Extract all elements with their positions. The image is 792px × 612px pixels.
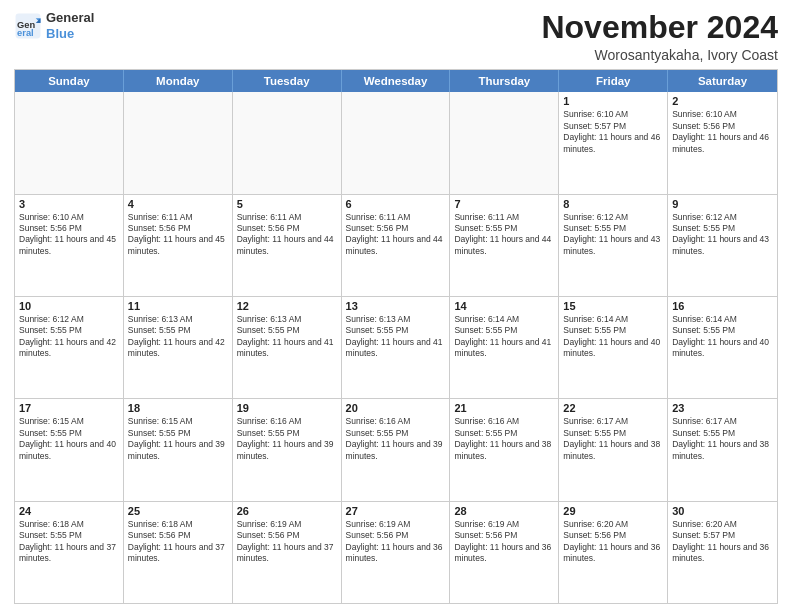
calendar-row-1: 1Sunrise: 6:10 AMSunset: 5:57 PMDaylight… — [15, 92, 777, 194]
day-cell-11: 11Sunrise: 6:13 AMSunset: 5:55 PMDayligh… — [124, 297, 233, 398]
day-number: 24 — [19, 505, 119, 517]
day-cell-9: 9Sunrise: 6:12 AMSunset: 5:55 PMDaylight… — [668, 195, 777, 296]
page: Gen eral General Blue November 2024 Woro… — [0, 0, 792, 612]
day-number: 25 — [128, 505, 228, 517]
day-cell-3: 3Sunrise: 6:10 AMSunset: 5:56 PMDaylight… — [15, 195, 124, 296]
day-number: 9 — [672, 198, 773, 210]
day-cell-21: 21Sunrise: 6:16 AMSunset: 5:55 PMDayligh… — [450, 399, 559, 500]
day-cell-8: 8Sunrise: 6:12 AMSunset: 5:55 PMDaylight… — [559, 195, 668, 296]
day-cell-29: 29Sunrise: 6:20 AMSunset: 5:56 PMDayligh… — [559, 502, 668, 603]
day-number: 1 — [563, 95, 663, 107]
day-number: 2 — [672, 95, 773, 107]
day-number: 18 — [128, 402, 228, 414]
calendar: SundayMondayTuesdayWednesdayThursdayFrid… — [14, 69, 778, 604]
day-info: Sunrise: 6:17 AMSunset: 5:55 PMDaylight:… — [563, 416, 663, 462]
day-number: 14 — [454, 300, 554, 312]
day-number: 27 — [346, 505, 446, 517]
day-number: 11 — [128, 300, 228, 312]
day-cell-25: 25Sunrise: 6:18 AMSunset: 5:56 PMDayligh… — [124, 502, 233, 603]
day-info: Sunrise: 6:18 AMSunset: 5:55 PMDaylight:… — [19, 519, 119, 565]
day-cell-6: 6Sunrise: 6:11 AMSunset: 5:56 PMDaylight… — [342, 195, 451, 296]
day-info: Sunrise: 6:18 AMSunset: 5:56 PMDaylight:… — [128, 519, 228, 565]
day-info: Sunrise: 6:16 AMSunset: 5:55 PMDaylight:… — [454, 416, 554, 462]
day-number: 8 — [563, 198, 663, 210]
day-cell-22: 22Sunrise: 6:17 AMSunset: 5:55 PMDayligh… — [559, 399, 668, 500]
day-number: 3 — [19, 198, 119, 210]
svg-text:eral: eral — [17, 28, 34, 38]
day-cell-23: 23Sunrise: 6:17 AMSunset: 5:55 PMDayligh… — [668, 399, 777, 500]
calendar-body: 1Sunrise: 6:10 AMSunset: 5:57 PMDaylight… — [15, 92, 777, 603]
day-info: Sunrise: 6:11 AMSunset: 5:55 PMDaylight:… — [454, 212, 554, 258]
day-info: Sunrise: 6:10 AMSunset: 5:57 PMDaylight:… — [563, 109, 663, 155]
day-number: 30 — [672, 505, 773, 517]
day-cell-20: 20Sunrise: 6:16 AMSunset: 5:55 PMDayligh… — [342, 399, 451, 500]
day-info: Sunrise: 6:19 AMSunset: 5:56 PMDaylight:… — [454, 519, 554, 565]
calendar-row-2: 3Sunrise: 6:10 AMSunset: 5:56 PMDaylight… — [15, 195, 777, 297]
day-number: 15 — [563, 300, 663, 312]
day-number: 17 — [19, 402, 119, 414]
empty-cell-r0c0 — [15, 92, 124, 193]
day-number: 28 — [454, 505, 554, 517]
day-cell-12: 12Sunrise: 6:13 AMSunset: 5:55 PMDayligh… — [233, 297, 342, 398]
day-info: Sunrise: 6:16 AMSunset: 5:55 PMDaylight:… — [237, 416, 337, 462]
day-info: Sunrise: 6:12 AMSunset: 5:55 PMDaylight:… — [19, 314, 119, 360]
day-number: 6 — [346, 198, 446, 210]
day-info: Sunrise: 6:15 AMSunset: 5:55 PMDaylight:… — [128, 416, 228, 462]
header: Gen eral General Blue November 2024 Woro… — [14, 10, 778, 63]
day-number: 10 — [19, 300, 119, 312]
day-cell-16: 16Sunrise: 6:14 AMSunset: 5:55 PMDayligh… — [668, 297, 777, 398]
logo-line1: General — [46, 10, 94, 26]
day-cell-7: 7Sunrise: 6:11 AMSunset: 5:55 PMDaylight… — [450, 195, 559, 296]
day-info: Sunrise: 6:20 AMSunset: 5:57 PMDaylight:… — [672, 519, 773, 565]
weekday-header-saturday: Saturday — [668, 70, 777, 92]
day-number: 21 — [454, 402, 554, 414]
location: Worosantyakaha, Ivory Coast — [541, 47, 778, 63]
day-info: Sunrise: 6:20 AMSunset: 5:56 PMDaylight:… — [563, 519, 663, 565]
day-number: 23 — [672, 402, 773, 414]
weekday-header-sunday: Sunday — [15, 70, 124, 92]
day-cell-27: 27Sunrise: 6:19 AMSunset: 5:56 PMDayligh… — [342, 502, 451, 603]
day-info: Sunrise: 6:12 AMSunset: 5:55 PMDaylight:… — [563, 212, 663, 258]
day-number: 4 — [128, 198, 228, 210]
calendar-row-4: 17Sunrise: 6:15 AMSunset: 5:55 PMDayligh… — [15, 399, 777, 501]
title-block: November 2024 Worosantyakaha, Ivory Coas… — [541, 10, 778, 63]
day-number: 12 — [237, 300, 337, 312]
weekday-header-monday: Monday — [124, 70, 233, 92]
day-info: Sunrise: 6:19 AMSunset: 5:56 PMDaylight:… — [237, 519, 337, 565]
day-cell-13: 13Sunrise: 6:13 AMSunset: 5:55 PMDayligh… — [342, 297, 451, 398]
day-info: Sunrise: 6:14 AMSunset: 5:55 PMDaylight:… — [672, 314, 773, 360]
weekday-header-wednesday: Wednesday — [342, 70, 451, 92]
logo: Gen eral General Blue — [14, 10, 94, 41]
day-info: Sunrise: 6:10 AMSunset: 5:56 PMDaylight:… — [19, 212, 119, 258]
day-cell-26: 26Sunrise: 6:19 AMSunset: 5:56 PMDayligh… — [233, 502, 342, 603]
day-cell-30: 30Sunrise: 6:20 AMSunset: 5:57 PMDayligh… — [668, 502, 777, 603]
day-number: 13 — [346, 300, 446, 312]
day-info: Sunrise: 6:13 AMSunset: 5:55 PMDaylight:… — [237, 314, 337, 360]
calendar-row-3: 10Sunrise: 6:12 AMSunset: 5:55 PMDayligh… — [15, 297, 777, 399]
day-number: 5 — [237, 198, 337, 210]
day-cell-1: 1Sunrise: 6:10 AMSunset: 5:57 PMDaylight… — [559, 92, 668, 193]
empty-cell-r0c2 — [233, 92, 342, 193]
day-cell-10: 10Sunrise: 6:12 AMSunset: 5:55 PMDayligh… — [15, 297, 124, 398]
day-info: Sunrise: 6:14 AMSunset: 5:55 PMDaylight:… — [563, 314, 663, 360]
day-number: 16 — [672, 300, 773, 312]
day-info: Sunrise: 6:17 AMSunset: 5:55 PMDaylight:… — [672, 416, 773, 462]
day-info: Sunrise: 6:13 AMSunset: 5:55 PMDaylight:… — [346, 314, 446, 360]
empty-cell-r0c3 — [342, 92, 451, 193]
weekday-header-thursday: Thursday — [450, 70, 559, 92]
day-cell-14: 14Sunrise: 6:14 AMSunset: 5:55 PMDayligh… — [450, 297, 559, 398]
weekday-header-tuesday: Tuesday — [233, 70, 342, 92]
day-info: Sunrise: 6:19 AMSunset: 5:56 PMDaylight:… — [346, 519, 446, 565]
logo-line2: Blue — [46, 26, 94, 42]
day-info: Sunrise: 6:12 AMSunset: 5:55 PMDaylight:… — [672, 212, 773, 258]
day-info: Sunrise: 6:16 AMSunset: 5:55 PMDaylight:… — [346, 416, 446, 462]
day-info: Sunrise: 6:11 AMSunset: 5:56 PMDaylight:… — [346, 212, 446, 258]
logo-icon: Gen eral — [14, 12, 42, 40]
day-cell-24: 24Sunrise: 6:18 AMSunset: 5:55 PMDayligh… — [15, 502, 124, 603]
day-number: 29 — [563, 505, 663, 517]
month-title: November 2024 — [541, 10, 778, 45]
day-cell-19: 19Sunrise: 6:16 AMSunset: 5:55 PMDayligh… — [233, 399, 342, 500]
logo-text: General Blue — [46, 10, 94, 41]
day-cell-17: 17Sunrise: 6:15 AMSunset: 5:55 PMDayligh… — [15, 399, 124, 500]
day-info: Sunrise: 6:10 AMSunset: 5:56 PMDaylight:… — [672, 109, 773, 155]
